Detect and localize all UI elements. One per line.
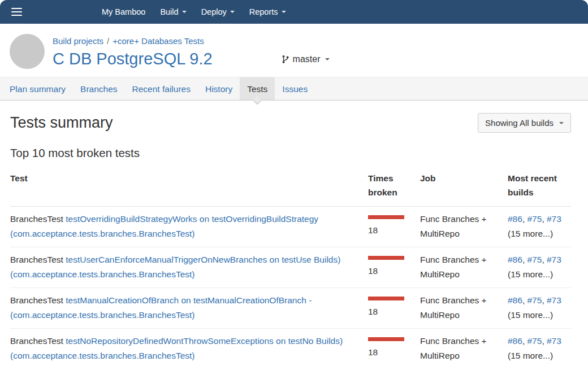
separator: , [542, 336, 547, 346]
build-filter-label: Showing All builds [485, 118, 554, 128]
more-builds: (15 more...) [508, 310, 553, 320]
separator: , [522, 255, 528, 264]
tab-branches[interactable]: Branches [73, 77, 124, 100]
nav-label: My Bamboo [102, 0, 145, 24]
table-row: BranchesTest testManualCreationOfBranch … [10, 288, 571, 329]
more-builds: (15 more...) [508, 351, 553, 360]
branch-icon [282, 55, 289, 64]
plan-header-text: Build projects/+core+ Databases Tests C … [53, 34, 330, 68]
plan-header: Build projects/+core+ Databases Tests C … [0, 24, 588, 77]
section-title: Top 10 most broken tests [10, 146, 571, 160]
main-content: Tests summary Showing All builds Top 10 … [0, 101, 588, 366]
build-link[interactable]: #75 [528, 336, 542, 346]
test-class-name: BranchesTest [10, 255, 63, 264]
chevron-down-icon [230, 11, 235, 13]
nav-label: Reports [249, 0, 278, 24]
recent-builds-cell: #86, #75, #73 (15 more...) [508, 329, 571, 366]
nav-my-bamboo[interactable]: My Bamboo [94, 0, 153, 24]
build-link[interactable]: #75 [528, 214, 542, 224]
test-class-name: BranchesTest [10, 336, 63, 346]
separator: , [542, 214, 547, 224]
breadcrumb-project[interactable]: +core+ Databases Tests [113, 36, 204, 46]
test-cell: BranchesTest testNoRepositoryDefinedWont… [10, 329, 368, 366]
page-title: Tests summary [10, 114, 113, 132]
times-broken-value: 18 [368, 307, 378, 316]
broken-bar [368, 215, 404, 219]
build-link[interactable]: #86 [508, 255, 522, 264]
separator: , [542, 255, 547, 264]
tab-plan-summary[interactable]: Plan summary [2, 77, 73, 100]
column-header-most-recent-builds: Most recent builds [508, 167, 571, 207]
column-header-times-broken: Times broken [368, 167, 420, 207]
breadcrumb: Build projects/+core+ Databases Tests [53, 36, 330, 46]
plan-title: C DB PostgreSQL 9.2 [53, 50, 213, 68]
build-link[interactable]: #86 [508, 295, 522, 305]
times-broken-cell: 18 [368, 288, 420, 329]
chevron-down-icon [282, 11, 286, 13]
branch-name: master [293, 54, 321, 64]
separator: , [522, 214, 528, 224]
top-navigation: My Bamboo Build Deploy Reports [0, 0, 588, 24]
title-row: C DB PostgreSQL 9.2 master [53, 50, 330, 68]
build-link[interactable]: #73 [547, 295, 561, 305]
build-filter-button[interactable]: Showing All builds [478, 113, 571, 133]
table-row: BranchesTest testNoRepositoryDefinedWont… [10, 329, 571, 366]
nav-label: Deploy [201, 0, 227, 24]
build-link[interactable]: #75 [528, 295, 542, 305]
recent-builds-cell: #86, #75, #73 (15 more...) [508, 288, 571, 329]
tab-recent-failures[interactable]: Recent failures [125, 77, 198, 100]
tab-tests[interactable]: Tests [240, 77, 275, 100]
broken-bar [368, 297, 404, 300]
column-header-job: Job [420, 167, 508, 207]
more-builds: (15 more...) [508, 229, 553, 238]
test-class-name: BranchesTest [10, 214, 63, 224]
times-broken-cell: 18 [368, 207, 420, 247]
build-link[interactable]: #86 [508, 214, 522, 224]
more-builds: (15 more...) [508, 269, 553, 279]
tab-history[interactable]: History [198, 77, 240, 100]
heading-row: Tests summary Showing All builds [10, 113, 571, 133]
recent-builds-cell: #86, #75, #73 (15 more...) [508, 247, 571, 288]
nav-deploy[interactable]: Deploy [194, 0, 242, 24]
table-header-row: Test Times broken Job Most recent builds [10, 167, 571, 207]
test-class-name: BranchesTest [10, 295, 63, 305]
job-cell: Func Branches + MultiRepo [420, 329, 508, 366]
times-broken-cell: 18 [368, 247, 420, 288]
chevron-down-icon [559, 122, 564, 124]
chevron-down-icon [182, 11, 187, 13]
table-row: BranchesTest testUserCanEnforceManualTri… [10, 247, 571, 288]
build-link[interactable]: #73 [547, 214, 561, 224]
tab-issues[interactable]: Issues [275, 77, 315, 100]
nav-build[interactable]: Build [153, 0, 193, 24]
job-cell: Func Branches + MultiRepo [420, 288, 508, 329]
times-broken-cell: 18 [368, 329, 420, 366]
broken-bar [368, 256, 404, 260]
build-link[interactable]: #73 [547, 255, 561, 264]
nav-reports[interactable]: Reports [242, 0, 293, 24]
branch-selector[interactable]: master [282, 54, 330, 64]
build-link[interactable]: #73 [547, 336, 561, 346]
nav-menu: My Bamboo Build Deploy Reports [94, 0, 293, 24]
build-link[interactable]: #75 [528, 255, 542, 264]
test-cell: BranchesTest testManualCreationOfBranch … [10, 288, 368, 329]
times-broken-value: 18 [368, 266, 378, 276]
separator: , [522, 336, 528, 346]
project-avatar [10, 34, 45, 69]
broken-bar [368, 337, 404, 341]
job-cell: Func Branches + MultiRepo [420, 247, 508, 288]
build-link[interactable]: #86 [508, 336, 522, 346]
times-broken-value: 18 [368, 347, 378, 357]
table-row: BranchesTest testOverridingBuildStrategy… [10, 207, 571, 247]
recent-builds-cell: #86, #75, #73 (15 more...) [508, 207, 571, 247]
separator: , [522, 295, 528, 305]
nav-label: Build [160, 0, 178, 24]
separator: , [542, 295, 547, 305]
bamboo-page: My Bamboo Build Deploy Reports Build pro… [0, 0, 588, 366]
breadcrumb-separator: / [107, 36, 109, 46]
test-cell: BranchesTest testUserCanEnforceManualTri… [10, 247, 368, 288]
breadcrumb-build-projects[interactable]: Build projects [53, 36, 103, 46]
test-cell: BranchesTest testOverridingBuildStrategy… [10, 207, 368, 247]
times-broken-value: 18 [368, 225, 378, 235]
job-cell: Func Branches + MultiRepo [420, 207, 508, 247]
hamburger-menu-icon[interactable] [11, 6, 22, 18]
